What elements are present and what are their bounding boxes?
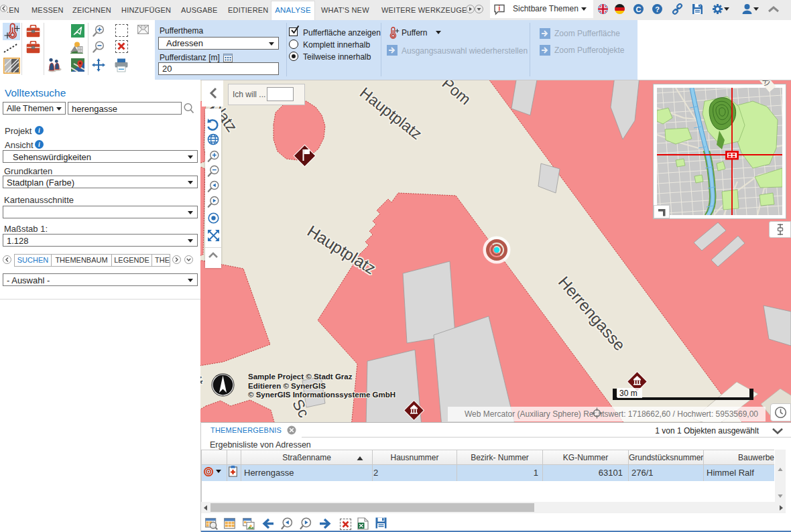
svg-text:i: i xyxy=(499,5,501,12)
svg-text:C: C xyxy=(636,5,642,13)
svg-text:?: ? xyxy=(655,5,660,13)
svg-text:30 m: 30 m xyxy=(619,389,637,398)
